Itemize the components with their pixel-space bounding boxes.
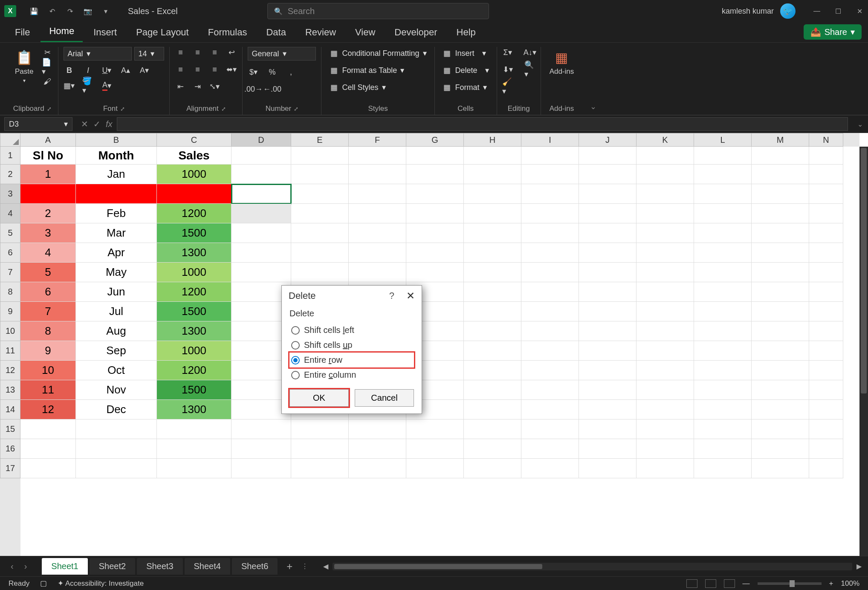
cell-H15[interactable] — [464, 419, 521, 439]
align-middle-icon[interactable]: ≡ — [192, 47, 203, 58]
tab-data[interactable]: Data — [258, 23, 294, 42]
cell-J9[interactable] — [579, 302, 637, 321]
cell-N10[interactable] — [809, 321, 843, 341]
cell-I4[interactable] — [521, 204, 579, 223]
column-header-A[interactable]: A — [20, 133, 76, 147]
cell-M1[interactable] — [752, 147, 809, 165]
cell-A15[interactable] — [20, 419, 76, 439]
cell-I15[interactable] — [521, 419, 579, 439]
cell-A14[interactable]: 12 — [20, 400, 76, 419]
row-header-8[interactable]: 8 — [0, 282, 20, 302]
cell-H12[interactable] — [464, 361, 521, 380]
cell-N16[interactable] — [809, 439, 843, 459]
cell-L14[interactable] — [694, 400, 752, 419]
row-header-10[interactable]: 10 — [0, 321, 20, 341]
cell-B9[interactable]: Jul — [76, 302, 157, 321]
cell-M4[interactable] — [752, 204, 809, 223]
cell-G7[interactable] — [406, 263, 464, 282]
cell-D1[interactable] — [231, 147, 291, 165]
sort-filter-icon[interactable]: A↓▾ — [524, 47, 535, 58]
cell-M16[interactable] — [752, 439, 809, 459]
cell-L5[interactable] — [694, 223, 752, 243]
tab-home[interactable]: Home — [41, 22, 83, 42]
cell-I2[interactable] — [521, 165, 579, 184]
addins-button[interactable]: ▦ Add-ins — [546, 47, 578, 78]
cell-L6[interactable] — [694, 243, 752, 263]
dialog-launcher-icon[interactable]: ⤢ — [47, 106, 52, 112]
cell-A1[interactable]: Sl No — [20, 147, 76, 165]
cell-J8[interactable] — [579, 282, 637, 302]
zoom-in-button[interactable]: + — [829, 579, 833, 588]
user-avatar[interactable]: 🐦 — [780, 3, 796, 19]
cell-I6[interactable] — [521, 243, 579, 263]
cell-styles-button[interactable]: ▦Cell Styles ▾ — [327, 81, 429, 94]
cell-A7[interactable]: 5 — [20, 263, 76, 282]
cell-C7[interactable]: 1000 — [157, 263, 231, 282]
cell-A17[interactable] — [20, 459, 76, 478]
comma-icon[interactable]: , — [285, 67, 296, 78]
cell-K10[interactable] — [637, 321, 694, 341]
qat-dropdown-icon[interactable]: ▾ — [101, 6, 111, 16]
select-all-corner[interactable] — [0, 133, 20, 147]
cell-A9[interactable]: 7 — [20, 302, 76, 321]
dialog-close-button[interactable]: ✕ — [406, 290, 415, 302]
cells-area[interactable]: Sl NoMonthSales1Jan10002Feb12003Mar15004… — [20, 147, 859, 556]
vertical-scrollbar[interactable] — [859, 147, 868, 556]
page-break-view-button[interactable] — [724, 579, 735, 588]
cell-N11[interactable] — [809, 341, 843, 361]
cell-F6[interactable] — [349, 243, 406, 263]
cell-K11[interactable] — [637, 341, 694, 361]
cell-D3[interactable] — [231, 184, 291, 204]
cell-K4[interactable] — [637, 204, 694, 223]
align-top-icon[interactable]: ≡ — [175, 47, 186, 58]
cell-N15[interactable] — [809, 419, 843, 439]
percent-icon[interactable]: % — [266, 67, 278, 78]
paste-button[interactable]: 📋 Paste ▾ — [12, 47, 37, 86]
cell-N2[interactable] — [809, 165, 843, 184]
expand-formula-bar-icon[interactable]: ⌄ — [852, 120, 868, 128]
tab-formulas[interactable]: Formulas — [200, 23, 256, 42]
cell-J7[interactable] — [579, 263, 637, 282]
cell-J1[interactable] — [579, 147, 637, 165]
row-header-9[interactable]: 9 — [0, 302, 20, 321]
cell-A11[interactable]: 9 — [20, 341, 76, 361]
cell-F4[interactable] — [349, 204, 406, 223]
cell-F2[interactable] — [349, 165, 406, 184]
cell-I13[interactable] — [521, 380, 579, 400]
cell-B5[interactable]: Mar — [76, 223, 157, 243]
cell-I9[interactable] — [521, 302, 579, 321]
cell-N14[interactable] — [809, 400, 843, 419]
cell-H2[interactable] — [464, 165, 521, 184]
redo-icon[interactable]: ↷ — [65, 6, 75, 16]
cell-G3[interactable] — [406, 184, 464, 204]
decrease-indent-icon[interactable]: ⇤ — [175, 81, 186, 92]
search-box[interactable]: 🔍 Search — [267, 3, 489, 19]
cell-I11[interactable] — [521, 341, 579, 361]
zoom-level[interactable]: 100% — [841, 579, 859, 588]
cell-C12[interactable]: 1200 — [157, 361, 231, 380]
cell-G5[interactable] — [406, 223, 464, 243]
row-header-1[interactable]: 1 — [0, 147, 20, 165]
cell-F7[interactable] — [349, 263, 406, 282]
cell-B8[interactable]: Jun — [76, 282, 157, 302]
cell-J4[interactable] — [579, 204, 637, 223]
cell-A6[interactable]: 4 — [20, 243, 76, 263]
sheet-tab-sheet4[interactable]: Sheet4 — [185, 558, 230, 575]
align-left-icon[interactable]: ≡ — [175, 64, 186, 75]
cell-I3[interactable] — [521, 184, 579, 204]
cell-D16[interactable] — [231, 439, 291, 459]
row-header-7[interactable]: 7 — [0, 263, 20, 282]
cell-M9[interactable] — [752, 302, 809, 321]
cell-C3[interactable] — [157, 184, 231, 204]
align-bottom-icon[interactable]: ≡ — [209, 47, 220, 58]
tab-page-layout[interactable]: Page Layout — [127, 23, 197, 42]
column-header-N[interactable]: N — [809, 133, 843, 147]
row-header-13[interactable]: 13 — [0, 380, 20, 400]
cell-M2[interactable] — [752, 165, 809, 184]
format-cells-button[interactable]: ▦Format ▾ — [440, 81, 492, 94]
cell-K13[interactable] — [637, 380, 694, 400]
cell-M8[interactable] — [752, 282, 809, 302]
cancel-formula-icon[interactable]: ✕ — [81, 119, 88, 129]
cell-N6[interactable] — [809, 243, 843, 263]
cell-B2[interactable]: Jan — [76, 165, 157, 184]
